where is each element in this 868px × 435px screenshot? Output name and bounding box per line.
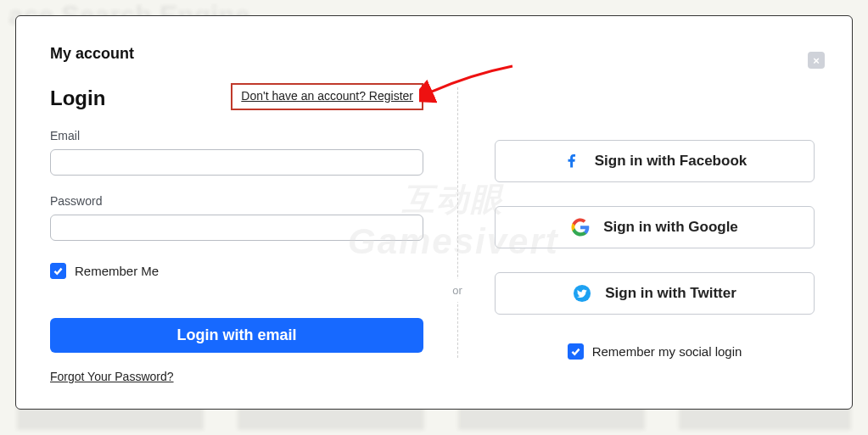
- forgot-password-link[interactable]: Forgot Your Password?: [50, 370, 174, 383]
- twitter-signin-button[interactable]: Sign in with Twitter: [495, 272, 815, 315]
- google-signin-button[interactable]: Sign in with Google: [495, 206, 815, 248]
- divider-column: or: [423, 45, 491, 383]
- twitter-icon: [573, 284, 591, 303]
- checkmark-icon: [570, 346, 581, 357]
- password-label: Password: [50, 194, 423, 208]
- twitter-signin-label: Sign in with Twitter: [605, 285, 736, 302]
- password-input[interactable]: [50, 215, 423, 241]
- remember-social-checkbox[interactable]: [568, 343, 584, 360]
- register-link[interactable]: Don't have an account? Register: [241, 89, 413, 103]
- email-input[interactable]: [50, 149, 423, 176]
- login-modal: × My account Login Don't have an account…: [15, 15, 853, 410]
- facebook-icon: [563, 152, 581, 170]
- close-button[interactable]: ×: [808, 52, 825, 69]
- or-label: or: [447, 279, 468, 302]
- close-icon: ×: [813, 54, 820, 67]
- google-signin-label: Sign in with Google: [603, 219, 738, 236]
- login-heading: Login: [50, 86, 105, 110]
- remember-social-label: Remember my social login: [592, 344, 742, 359]
- checkmark-icon: [53, 265, 64, 276]
- google-icon: [571, 218, 590, 237]
- facebook-signin-label: Sign in with Facebook: [595, 153, 747, 170]
- register-highlight-box: Don't have an account? Register: [231, 83, 423, 110]
- login-form-column: My account Login Don't have an account? …: [50, 45, 423, 383]
- remember-me-label: Remember Me: [75, 264, 159, 278]
- remember-me-checkbox[interactable]: [50, 263, 66, 279]
- social-login-column: Sign in with Facebook Sign in with Googl…: [491, 45, 818, 383]
- login-email-button[interactable]: Login with email: [50, 318, 423, 353]
- facebook-signin-button[interactable]: Sign in with Facebook: [495, 140, 815, 182]
- account-title: My account: [50, 45, 423, 63]
- email-label: Email: [50, 129, 423, 142]
- vertical-divider: [457, 87, 458, 358]
